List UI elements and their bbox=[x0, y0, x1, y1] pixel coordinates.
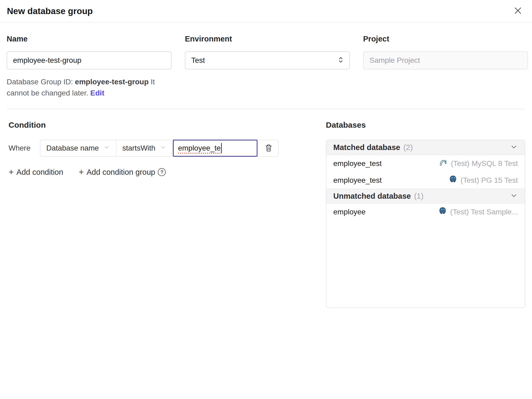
condition-value-input[interactable]: employee_te bbox=[173, 140, 257, 157]
postgres-icon bbox=[449, 175, 457, 185]
section-divider bbox=[7, 109, 525, 109]
help-icon bbox=[158, 168, 166, 176]
condition-field-value: Database name bbox=[46, 144, 99, 152]
dialog-header: New database group bbox=[0, 0, 532, 23]
environment-label: Environment bbox=[185, 35, 350, 43]
postgres-icon bbox=[438, 207, 447, 217]
database-name: employee_test bbox=[333, 159, 382, 168]
chevron-down-icon bbox=[160, 144, 167, 153]
database-instance: (Test) MySQL 8 Test bbox=[439, 158, 518, 169]
environment-selected-value: Test bbox=[191, 56, 205, 65]
database-instance-label: (Test) Test Sample... bbox=[450, 208, 518, 216]
matched-database-section: Matched database (2) employee_test (Test… bbox=[326, 140, 525, 189]
plus-icon bbox=[79, 167, 84, 177]
databases-section: Databases Matched database (2) employee_… bbox=[326, 120, 525, 308]
text-caret bbox=[221, 143, 222, 153]
trash-icon bbox=[264, 143, 273, 153]
edit-group-id-link[interactable]: Edit bbox=[90, 89, 104, 97]
environment-field-block: Environment Test bbox=[185, 35, 350, 69]
database-row: employee_test (Test) PG 15 Test bbox=[326, 172, 525, 189]
matched-database-title: Matched database bbox=[333, 143, 400, 152]
page-title: New database group bbox=[7, 6, 93, 16]
mysql-icon bbox=[439, 158, 448, 169]
add-condition-group-button[interactable]: Add condition group bbox=[79, 167, 166, 177]
close-button[interactable] bbox=[512, 5, 524, 18]
database-row: employee_test (Test) MySQL 8 Test bbox=[326, 155, 525, 172]
group-form: Name Environment Test Project Sample Pro… bbox=[0, 35, 532, 69]
name-input[interactable] bbox=[7, 51, 172, 69]
database-instance: (Test) PG 15 Test bbox=[449, 175, 518, 185]
environment-select[interactable]: Test bbox=[185, 51, 350, 69]
name-field-block: Name bbox=[7, 35, 172, 69]
group-id-note-prefix: Database Group ID: bbox=[7, 78, 75, 86]
project-selected-value: Sample Project bbox=[369, 56, 420, 65]
condition-section: Condition Where Database name startsWith bbox=[7, 120, 326, 308]
database-instance-label: (Test) PG 15 Test bbox=[460, 176, 518, 185]
condition-operator-value: startsWith bbox=[122, 144, 155, 152]
unmatched-database-header[interactable]: Unmatched database (1) bbox=[326, 189, 525, 203]
database-instance-label: (Test) MySQL 8 Test bbox=[451, 159, 518, 168]
add-condition-label: Add condition bbox=[16, 168, 63, 177]
databases-heading: Databases bbox=[326, 120, 525, 130]
database-instance: (Test) Test Sample... bbox=[438, 207, 518, 217]
name-label: Name bbox=[7, 35, 172, 43]
databases-panel: Matched database (2) employee_test (Test… bbox=[326, 140, 525, 308]
where-label: Where bbox=[9, 144, 40, 152]
unmatched-database-count: (1) bbox=[414, 192, 423, 201]
add-condition-group-label: Add condition group bbox=[86, 168, 155, 177]
chevron-down-icon bbox=[103, 144, 110, 153]
project-field-block: Project Sample Project bbox=[363, 35, 528, 69]
chevron-down-icon bbox=[510, 143, 518, 152]
condition-operator-select[interactable]: startsWith bbox=[117, 140, 173, 156]
add-condition-button[interactable]: Add condition bbox=[9, 167, 63, 177]
condition-value-text: employee_te bbox=[178, 144, 221, 152]
unmatched-database-title: Unmatched database bbox=[333, 192, 411, 201]
chevron-down-icon bbox=[510, 192, 518, 201]
project-select: Sample Project bbox=[363, 51, 528, 69]
database-name: employee_test bbox=[333, 176, 382, 185]
matched-database-header[interactable]: Matched database (2) bbox=[326, 140, 525, 155]
condition-heading: Condition bbox=[9, 120, 326, 130]
condition-field-select[interactable]: Database name bbox=[40, 140, 117, 156]
delete-condition-button[interactable] bbox=[263, 142, 274, 154]
database-name: employee bbox=[333, 208, 365, 216]
close-icon bbox=[513, 6, 523, 16]
group-id-note: Database Group ID: employee-test-group I… bbox=[7, 76, 178, 99]
matched-database-count: (2) bbox=[403, 143, 413, 152]
condition-expression-group: Database name startsWith employee_te bbox=[40, 140, 279, 157]
database-row: employee (Test) Test Sample... bbox=[326, 203, 525, 220]
project-label: Project bbox=[363, 35, 528, 43]
unmatched-database-section: Unmatched database (1) employee (Test) T… bbox=[326, 189, 525, 220]
condition-row: Where Database name startsWith employee_… bbox=[9, 140, 326, 157]
group-id-value: employee-test-group bbox=[75, 78, 149, 86]
plus-icon bbox=[9, 167, 14, 177]
